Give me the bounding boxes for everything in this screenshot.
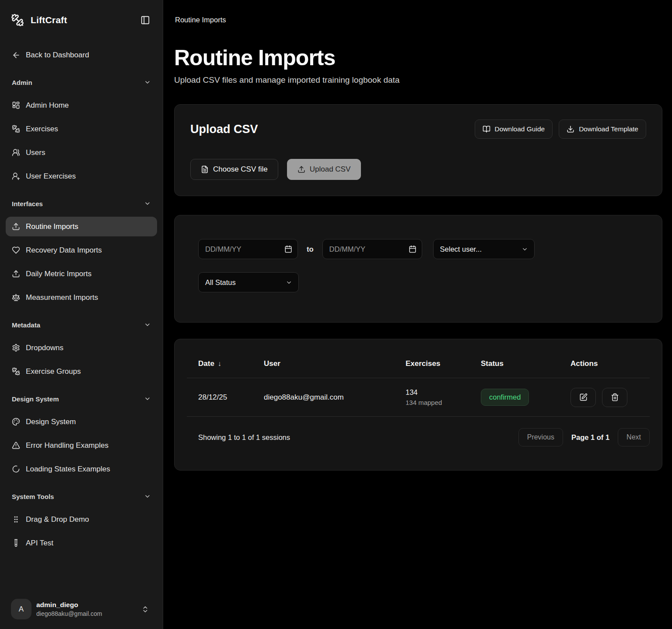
download-guide-button[interactable]: Download Guide (475, 119, 553, 139)
chevron-down-icon (144, 79, 151, 86)
column-header-user: User (264, 359, 406, 368)
calendar-icon[interactable] (409, 245, 416, 253)
choose-csv-file-button[interactable]: Choose CSV file (190, 159, 278, 180)
chevron-down-icon (144, 200, 151, 207)
date-from-input[interactable] (198, 239, 298, 259)
sidebar-item-api-test[interactable]: API Test (6, 533, 157, 553)
heart-icon (12, 246, 20, 254)
breadcrumb: Routine Imports (175, 16, 662, 24)
layout-dashboard-icon (12, 101, 20, 109)
sidebar: LiftCraft Back to Dashboard Admin Admin … (0, 0, 163, 629)
sidebar-nav: Admin Admin Home Exercises Users (6, 65, 157, 553)
sidebar-item-routine-imports[interactable]: Routine Imports (6, 217, 157, 236)
date-from-field[interactable] (199, 245, 298, 253)
trash-icon (611, 393, 619, 401)
upload-icon (12, 270, 20, 278)
cell-date: 28/12/25 (198, 393, 264, 402)
sidebar-collapse-button[interactable] (139, 14, 152, 27)
download-template-button[interactable]: Download Template (559, 119, 646, 139)
chevron-down-icon (144, 321, 151, 328)
sidebar-item-daily-metric-imports[interactable]: Daily Metric Imports (6, 264, 157, 284)
chevron-down-icon (522, 246, 528, 253)
upload-csv-button[interactable]: Upload CSV (287, 159, 361, 180)
section-design-system: Design System Design System Error Handli… (6, 392, 157, 479)
chevron-down-icon (286, 279, 292, 286)
loader-icon (12, 465, 20, 473)
sidebar-item-admin-home[interactable]: Admin Home (6, 95, 157, 115)
sidebar-item-loading-states-examples[interactable]: Loading States Examples (6, 459, 157, 479)
section-header-interfaces[interactable]: Interfaces (6, 197, 157, 211)
cell-actions (570, 388, 650, 407)
sidebar-header: LiftCraft (6, 10, 157, 31)
users-icon (12, 148, 20, 157)
user-email: diego88aku@gmail.com (36, 610, 136, 617)
previous-page-button[interactable]: Previous (518, 428, 563, 446)
sidebar-item-user-exercises[interactable]: User Exercises (6, 166, 157, 186)
user-select[interactable]: Select user... (433, 239, 535, 259)
panel-left-icon (140, 15, 150, 25)
sidebar-item-exercise-groups[interactable]: Exercise Groups (6, 362, 157, 381)
upload-csv-card: Upload CSV Download Guide Download Templ… (174, 104, 662, 196)
sidebar-item-exercises[interactable]: Exercises (6, 119, 157, 139)
edit-button[interactable] (570, 388, 596, 407)
sidebar-item-measurement-imports[interactable]: Measurement Imports (6, 288, 157, 307)
download-icon (567, 125, 574, 133)
page-subtitle: Upload CSV files and manage imported tra… (174, 75, 662, 85)
sidebar-item-users[interactable]: Users (6, 143, 157, 162)
column-header-date[interactable]: Date ↓ (198, 359, 264, 368)
page-indicator: Page 1 of 1 (571, 433, 609, 442)
column-header-actions: Actions (570, 359, 650, 368)
back-to-dashboard-label: Back to Dashboard (26, 51, 89, 60)
table-header-row: Date ↓ User Exercises Status Actions (187, 339, 650, 378)
column-header-status: Status (481, 359, 570, 368)
status-select[interactable]: All Status (198, 272, 299, 292)
dumbbell-logo-icon (11, 14, 24, 27)
page-title: Routine Imports (174, 46, 662, 70)
avatar: A (11, 599, 32, 619)
table-footer: Showing 1 to 1 of 1 sessions Previous Pa… (175, 417, 662, 470)
sidebar-item-recovery-data-imports[interactable]: Recovery Data Imports (6, 240, 157, 260)
sidebar-item-design-system[interactable]: Design System (6, 412, 157, 432)
status-badge: confirmed (481, 389, 529, 406)
delete-button[interactable] (602, 388, 627, 407)
app-title: LiftCraft (31, 15, 67, 25)
sidebar-item-error-handling-examples[interactable]: Error Handling Examples (6, 436, 157, 455)
test-tube-icon (12, 539, 20, 547)
date-to-input[interactable] (322, 239, 422, 259)
calendar-icon[interactable] (284, 245, 292, 253)
sidebar-item-drag-drop-demo[interactable]: Drag & Drop Demo (6, 510, 157, 529)
section-header-system-tools[interactable]: System Tools (6, 489, 157, 503)
section-header-admin[interactable]: Admin (6, 75, 157, 89)
user-menu[interactable]: A admin_diego diego88aku@gmail.com (6, 593, 157, 629)
section-interfaces: Interfaces Routine Imports Recovery Data… (6, 197, 157, 307)
back-to-dashboard-link[interactable]: Back to Dashboard (6, 46, 157, 65)
gear-icon (12, 344, 20, 352)
user-plus-icon (12, 172, 20, 180)
user-name: admin_diego (36, 601, 136, 609)
sessions-table-card: Date ↓ User Exercises Status Actions 28/… (174, 339, 662, 471)
app-root: LiftCraft Back to Dashboard Admin Admin … (0, 0, 672, 629)
dumbbell-icon (12, 367, 20, 376)
cell-user: diego88aku@gmail.com (264, 393, 406, 402)
results-summary: Showing 1 to 1 of 1 sessions (198, 433, 290, 442)
next-page-button[interactable]: Next (618, 428, 650, 446)
cell-status: confirmed (481, 389, 570, 406)
scale-icon (12, 293, 20, 302)
file-text-icon (201, 165, 209, 173)
pagination: Previous Page 1 of 1 Next (518, 428, 650, 446)
sort-desc-indicator: ↓ (218, 360, 221, 368)
sidebar-item-dropdowns[interactable]: Dropdowns (6, 338, 157, 358)
date-to-field[interactable] (323, 245, 422, 253)
section-header-metadata[interactable]: Metadata (6, 318, 157, 332)
to-label: to (307, 245, 314, 253)
alert-triangle-icon (12, 441, 20, 450)
upload-icon (298, 165, 305, 173)
dumbbell-icon (12, 125, 20, 133)
section-metadata: Metadata Dropdowns Exercise Groups (6, 318, 157, 381)
cell-exercises: 134 134 mapped (406, 388, 481, 406)
section-admin: Admin Admin Home Exercises Users (6, 75, 157, 186)
grip-vertical-icon (12, 515, 20, 524)
section-system-tools: System Tools Drag & Drop Demo API Test (6, 489, 157, 553)
section-header-design-system[interactable]: Design System (6, 392, 157, 406)
chevron-down-icon (144, 395, 151, 402)
